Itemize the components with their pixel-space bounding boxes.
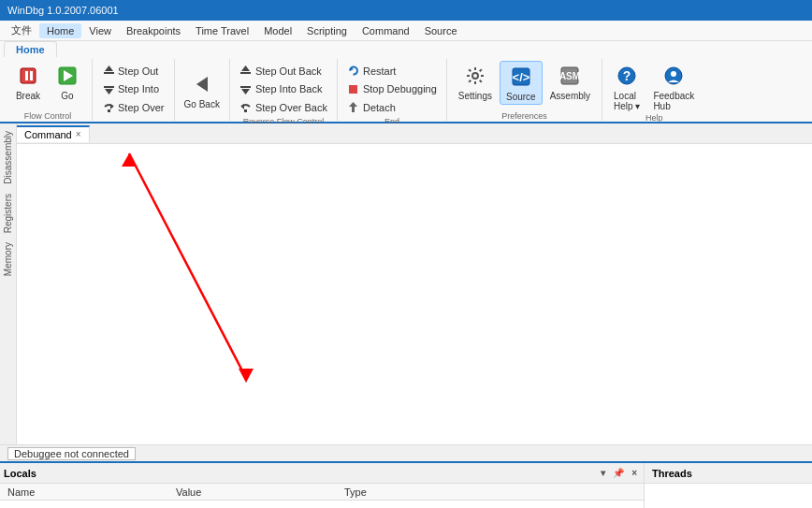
svg-rect-10 — [108, 109, 110, 112]
ribbon-group-reverse: Step Out Back Step Into Back — [230, 59, 338, 121]
step-over-back-label: Step Over Back — [255, 102, 327, 113]
workspace: Disassembly Registers Memory Command × — [0, 123, 812, 444]
svg-text:</>: </> — [512, 70, 529, 84]
svg-line-30 — [129, 153, 246, 378]
feedback-hub-label: FeedbackHub — [653, 91, 694, 111]
break-icon — [15, 63, 41, 89]
source-pref-button[interactable]: </> Source — [500, 61, 543, 105]
ribbon-tab-home[interactable]: Home — [4, 41, 57, 57]
step-out-back-label: Step Out Back — [255, 65, 322, 77]
col-header-type: Type — [341, 486, 509, 498]
assembly-icon: ASM — [557, 63, 583, 89]
settings-button[interactable]: Settings — [453, 61, 498, 103]
svg-marker-20 — [349, 102, 357, 112]
svg-text:ASM: ASM — [559, 71, 580, 81]
step-over-back-icon — [239, 101, 253, 114]
step-out-back-button[interactable]: Step Out Back — [236, 64, 331, 79]
svg-point-21 — [472, 73, 478, 79]
svg-rect-5 — [104, 72, 114, 74]
ribbon: Home Break — [0, 41, 812, 123]
editor-content[interactable] — [17, 144, 812, 444]
step-out-button[interactable]: Step Out — [98, 64, 168, 79]
menu-command[interactable]: Command — [355, 23, 417, 38]
go-button[interactable]: Go — [49, 61, 86, 103]
svg-marker-32 — [122, 153, 137, 167]
locals-columns: Name Value Type — [0, 484, 644, 501]
menu-file[interactable]: 文件 — [4, 22, 39, 39]
step-over-label: Step Over — [118, 102, 165, 113]
svg-marker-6 — [105, 65, 113, 71]
svg-marker-11 — [196, 77, 208, 92]
svg-rect-19 — [349, 85, 357, 94]
svg-marker-31 — [239, 369, 254, 383]
left-sidebar: Disassembly Registers Memory — [0, 123, 17, 444]
command-tab-bar: Command × — [17, 123, 812, 144]
menu-breakpoints[interactable]: Breakpoints — [119, 23, 188, 38]
go-back-icon — [189, 71, 215, 97]
sidebar-tab-memory[interactable]: Memory — [1, 239, 15, 280]
app-title: WinDbg 1.0.2007.06001 — [7, 5, 119, 16]
stop-debugging-label: Stop Debugging — [363, 83, 437, 94]
sidebar-tab-registers[interactable]: Registers — [1, 190, 15, 237]
assembly-label: Assembly — [550, 91, 590, 101]
go-back-button[interactable]: Go Back — [179, 69, 225, 111]
svg-text:?: ? — [623, 68, 631, 83]
menu-model[interactable]: Model — [256, 23, 299, 38]
feedback-hub-button[interactable]: FeedbackHub — [647, 61, 700, 113]
menu-home[interactable]: Home — [39, 23, 81, 38]
restart-icon — [347, 65, 360, 78]
ribbon-group-help: ? LocalHelp ▾ FeedbackHub — [602, 59, 705, 121]
step-into-back-button[interactable]: Step Into Back — [236, 81, 331, 96]
feedback-hub-icon — [660, 63, 687, 89]
ribbon-group-end: Restart Stop Debugging — [338, 59, 447, 121]
detach-icon — [347, 101, 360, 114]
command-editor-tab[interactable]: Command × — [17, 125, 90, 142]
source-pref-icon: </> — [508, 64, 534, 90]
stop-debugging-button[interactable]: Stop Debugging — [343, 81, 441, 96]
go-back-label: Go Back — [184, 99, 220, 109]
go-label: Go — [61, 91, 73, 101]
locals-pin-btn[interactable]: 📌 — [610, 467, 627, 479]
locals-title: Locals — [4, 468, 36, 479]
locals-header: Locals ▾ 📌 × — [0, 463, 644, 484]
locals-close-btn[interactable]: × — [629, 467, 640, 479]
restart-button[interactable]: Restart — [343, 64, 441, 79]
threads-title: Threads — [652, 468, 692, 479]
command-tab-label: Command — [24, 129, 72, 140]
ribbon-group-goback: Go Back — [175, 59, 230, 121]
step-into-button[interactable]: Step Into — [98, 81, 168, 96]
svg-marker-13 — [241, 65, 250, 71]
ribbon-group-step: Step Out Step Into — [93, 59, 175, 121]
step-out-back-icon — [239, 65, 253, 78]
settings-icon — [462, 63, 488, 89]
svg-rect-1 — [25, 71, 28, 80]
step-into-back-icon — [239, 82, 253, 95]
local-help-label: LocalHelp ▾ — [614, 91, 640, 111]
sidebar-tab-disassembly[interactable]: Disassembly — [1, 127, 15, 188]
command-tab-close[interactable]: × — [76, 129, 81, 139]
menu-scripting[interactable]: Scripting — [299, 23, 355, 38]
menu-bar: 文件 Home View Breakpoints Time Travel Mod… — [0, 21, 812, 41]
threads-panel: Threads — [644, 463, 812, 508]
step-over-back-button[interactable]: Step Over Back — [236, 100, 331, 115]
settings-label: Settings — [458, 91, 492, 101]
local-help-icon: ? — [614, 63, 640, 89]
ribbon-group-flow-control: Break Go Flow Control — [4, 59, 93, 121]
menu-view[interactable]: View — [81, 23, 119, 38]
local-help-button[interactable]: ? LocalHelp ▾ — [608, 61, 645, 113]
detach-label: Detach — [363, 102, 396, 113]
main-area: Command × — [17, 123, 812, 444]
menu-timetravel[interactable]: Time Travel — [188, 23, 256, 38]
step-over-button[interactable]: Step Over — [98, 100, 168, 115]
svg-rect-7 — [104, 86, 114, 88]
break-label: Break — [16, 91, 40, 101]
locals-dropdown-btn[interactable]: ▾ — [598, 467, 608, 479]
break-button[interactable]: Break — [9, 61, 47, 103]
status-message: Debuggee not connected — [7, 447, 136, 460]
bottom-panel: Locals ▾ 📌 × Name Value Type Threads — [0, 461, 812, 508]
menu-source[interactable]: Source — [417, 23, 465, 38]
assembly-button[interactable]: ASM Assembly — [544, 61, 596, 103]
detach-button[interactable]: Detach — [343, 100, 441, 115]
step-out-label: Step Out — [118, 65, 158, 77]
step-out-icon — [102, 65, 115, 78]
